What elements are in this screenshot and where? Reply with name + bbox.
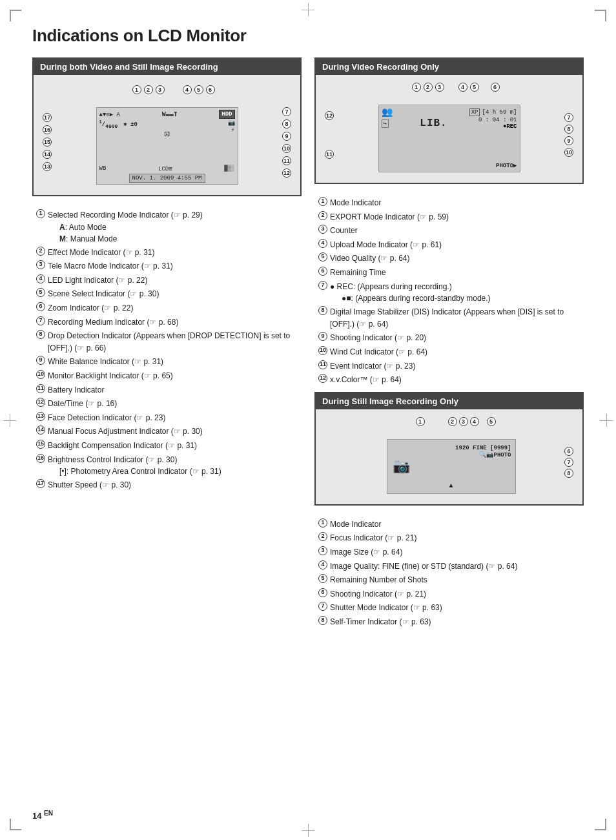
num-9: 9 [282, 132, 291, 141]
num-6-top: 6 [206, 85, 215, 94]
page-title: Indications on LCD Monitor [32, 26, 584, 46]
item-text-3: Tele Macro Mode Indicator (☞ p. 31) [48, 260, 298, 272]
vid-inum-2: 2 [318, 211, 327, 220]
ev-display: ✱ ±0 [123, 121, 138, 128]
video-top-nums: 1 2 3 4 5 6 [322, 81, 576, 93]
num-11: 11 [282, 156, 291, 165]
left-item-5: 5 Scene Select Indicator (☞ p. 30) [36, 288, 298, 300]
still-itext-3: Image Size (☞ p. 64) [330, 546, 580, 558]
lcd-content: ▲▼⊙▶ A W▬▬T HDD 1/4000 ✱ ±0 [97, 108, 238, 184]
wb-indicator: WB [99, 165, 107, 172]
item-text-1: Selected Recording Mode Indicator (☞ p. … [48, 209, 298, 245]
both-section-header: During both Video and Still Image Record… [34, 59, 300, 75]
video-top-bar: 👥 XP [4 h 59 m] [382, 107, 517, 118]
num-3-top: 3 [156, 85, 165, 94]
still-inum-8: 8 [318, 616, 327, 625]
still-right-info: 1920 FINE [9999] 🔍📷PHOTO [455, 445, 511, 458]
main-columns: During both Video and Still Image Record… [32, 57, 584, 633]
video-items-ol: 1 Mode Indicator 2 EXPORT Mode Indicator… [318, 197, 580, 386]
vid-num-6: 6 [491, 83, 500, 92]
still-rnum-7: 7 [564, 458, 573, 467]
still-size: 1920 FINE [9999] [455, 445, 511, 451]
item-num-16: 16 [36, 454, 45, 463]
xp-label: XP [469, 108, 480, 116]
item-num-7: 7 [36, 316, 45, 325]
recording-medium: 📷 [228, 119, 235, 127]
still-num-1: 1 [416, 417, 425, 426]
vid-inum-10: 10 [318, 346, 327, 355]
right-side-numbers: 7 8 9 10 11 12 [282, 107, 291, 178]
mode-icons: ▲▼⊙▶ A [99, 111, 120, 118]
vid-sub-standby: ●■: (Appears during record-standby mode.… [342, 292, 580, 304]
vid-itext-8: Digital Image Stabilizer (DIS) Indicator… [330, 306, 580, 330]
num-8: 8 [282, 119, 291, 128]
vid-rnum-9: 9 [564, 136, 573, 145]
video-item-list: 1 Mode Indicator 2 EXPORT Mode Indicator… [314, 192, 584, 392]
num-16: 16 [43, 125, 52, 134]
vid-item-12: 12 x.v.Color™ (☞ p. 64) [318, 374, 580, 386]
left-item-16: 16 Brightness Control Indicator (☞ p. 30… [36, 454, 298, 478]
vid-num-12: 12 [325, 111, 334, 120]
item-num-15: 15 [36, 440, 45, 449]
item-text-2: Effect Mode Indicator (☞ p. 31) [48, 247, 298, 259]
still-itext-6: Shooting Indicator (☞ p. 21) [330, 588, 580, 600]
still-itext-8: Self-Timer Indicator (☞ p. 63) [330, 616, 580, 628]
item-num-8: 8 [36, 330, 45, 339]
vid-rnum-8: 8 [564, 125, 573, 134]
still-item-6: 6 Shooting Indicator (☞ p. 21) [318, 588, 580, 600]
vid-inum-1: 1 [318, 197, 327, 206]
item-num-13: 13 [36, 412, 45, 421]
left-item-11: 11 Battery Indicator [36, 384, 298, 396]
vid-item-10: 10 Wind Cut Indicator (☞ p. 64) [318, 346, 580, 358]
video-section-header: During Video Recording Only [316, 59, 582, 75]
item-text-14: Manual Focus Adjustment Indicator (☞ p. … [48, 425, 298, 438]
lcd-with-sides: 17 16 15 14 13 ▲▼⊙ [40, 96, 294, 189]
vid-itext-4: Upload Mode Indicator (☞ p. 61) [330, 239, 580, 251]
still-inum-1: 1 [318, 518, 327, 528]
item-text-6: Zoom Indicator (☞ p. 22) [48, 302, 298, 314]
vid-item-5: 5 Video Quality (☞ p. 64) [318, 252, 580, 265]
vid-item-11: 11 Event Indicator (☞ p. 23) [318, 360, 580, 373]
vid-camera-icon: 👥 [382, 107, 393, 118]
vid-inum-6: 6 [318, 267, 327, 276]
vid-num-4: 4 [458, 83, 467, 92]
vid-itext-12: x.v.Color™ (☞ p. 64) [330, 374, 580, 386]
item-text-4: LED Light Indicator (☞ p. 22) [48, 274, 298, 287]
vid-num-2: 2 [424, 83, 433, 92]
battery-row: WB LCD⊞ ▓▒░ [99, 165, 235, 172]
item-text-5: Scene Select Indicator (☞ p. 30) [48, 288, 298, 300]
left-item-13: 13 Face Detection Indicator (☞ p. 23) [36, 412, 298, 424]
vid-item-7: 7 ● REC: (Appears during recording.) ●■:… [318, 281, 580, 305]
still-top-nums: 1 2 3 4 5 [322, 416, 576, 427]
item-num-6: 6 [36, 302, 45, 311]
item-num-5: 5 [36, 288, 45, 297]
still-item-4: 4 Image Quality: FINE (fine) or STD (sta… [318, 560, 580, 573]
vid-mode-badge: ↪ [382, 119, 389, 128]
rec-block: 0 : 04 : 01 ●REC [478, 117, 517, 130]
item-text-7: Recording Medium Indicator (☞ p. 68) [48, 316, 298, 329]
still-rnum-6: 6 [564, 447, 573, 456]
left-item-7: 7 Recording Medium Indicator (☞ p. 68) [36, 316, 298, 329]
lcd-top-row: ▲▼⊙▶ A W▬▬T HDD [99, 110, 235, 119]
page-num-value: 14 [32, 811, 41, 821]
item-text-13: Face Detection Indicator (☞ p. 23) [48, 412, 298, 424]
num-17: 17 [43, 113, 52, 122]
vid-item-9: 9 Shooting Indicator (☞ p. 20) [318, 332, 580, 344]
left-item-6: 6 Zoom Indicator (☞ p. 22) [36, 302, 298, 314]
lcd-screen: ▲▼⊙▶ A W▬▬T HDD 1/4000 ✱ ±0 [96, 107, 238, 185]
left-item-8: 8 Drop Detection Indicator (Appears when… [36, 330, 298, 354]
num-15: 15 [43, 138, 52, 147]
vid-inum-5: 5 [318, 252, 327, 261]
still-itext-5: Remaining Number of Shots [330, 574, 580, 586]
still-right-nums: 6 7 8 [564, 447, 573, 478]
left-side-numbers: 17 16 15 14 13 [43, 113, 52, 171]
vid-itext-3: Counter [330, 225, 580, 237]
vid-inum-8: 8 [318, 306, 327, 315]
rec-label: ●REC [503, 123, 517, 130]
video-section-box: During Video Recording Only 1 2 3 4 5 6 [314, 57, 584, 184]
video-left-nums: 12 11 [325, 111, 334, 159]
item-text-10: Monitor Backlight Indicator (☞ p. 65) [48, 370, 298, 382]
item-num-10: 10 [36, 370, 45, 379]
still-rnum-8: 8 [564, 469, 573, 478]
page-num-suffix: EN [44, 810, 53, 817]
